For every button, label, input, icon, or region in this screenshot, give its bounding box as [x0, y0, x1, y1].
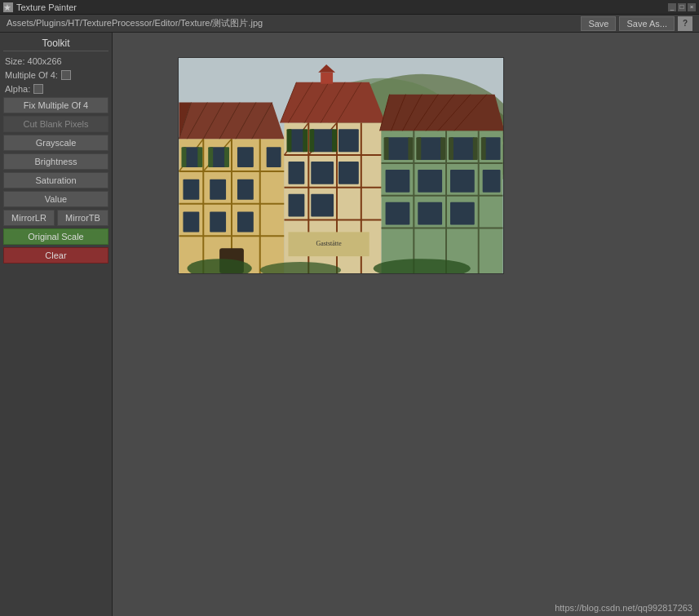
- fix-multiple-of-4-button[interactable]: Fix Multiple Of 4: [3, 97, 108, 113]
- mirror-row: MirrorLR MirrorTB: [3, 210, 108, 226]
- svg-rect-59: [311, 194, 334, 217]
- svg-rect-35: [183, 212, 199, 233]
- save-as-button[interactable]: Save As...: [619, 16, 675, 31]
- svg-rect-34: [237, 179, 254, 200]
- value-button[interactable]: Value: [3, 191, 108, 207]
- svg-rect-32: [183, 179, 199, 200]
- svg-rect-21: [197, 147, 202, 167]
- svg-rect-92: [450, 202, 475, 225]
- svg-rect-76: [418, 137, 442, 160]
- multiple-of-4-row: Multiple Of 4:: [3, 69, 108, 81]
- svg-rect-52: [303, 129, 307, 152]
- mirror-tb-button[interactable]: MirrorTB: [57, 210, 108, 226]
- size-row: Size: 400x266: [3, 55, 108, 67]
- svg-rect-87: [418, 170, 442, 193]
- svg-rect-81: [416, 137, 421, 160]
- toolkit-panel: Toolkit Size: 400x266 Multiple Of 4: Alp…: [0, 33, 113, 616]
- svg-rect-85: [481, 137, 486, 160]
- svg-rect-83: [449, 137, 453, 160]
- svg-rect-36: [210, 212, 226, 233]
- cut-blank-pixels-button[interactable]: Cut Blank Pixels: [3, 116, 108, 132]
- svg-rect-89: [483, 170, 501, 193]
- svg-rect-90: [386, 202, 410, 225]
- canvas-area: Gaststätte: [113, 33, 699, 616]
- svg-rect-55: [288, 162, 304, 184]
- svg-rect-22: [208, 147, 213, 167]
- svg-rect-18: [237, 147, 254, 167]
- svg-rect-50: [338, 129, 359, 152]
- svg-rect-49: [311, 129, 334, 152]
- toolkit-header: Toolkit: [3, 36, 108, 51]
- svg-rect-86: [386, 170, 410, 193]
- svg-rect-53: [309, 129, 314, 152]
- close-button[interactable]: ×: [688, 3, 696, 11]
- size-label: Size: 400x266: [5, 56, 62, 66]
- svg-rect-58: [288, 194, 304, 217]
- file-path: Assets/Plugins/HT/TextureProcessor/Edito…: [7, 17, 263, 29]
- svg-rect-20: [181, 147, 186, 167]
- menu-bar: Assets/Plugins/HT/TextureProcessor/Edito…: [0, 15, 699, 33]
- svg-rect-82: [440, 137, 445, 160]
- svg-rect-51: [287, 129, 292, 152]
- window-controls: _ □ ×: [668, 3, 696, 11]
- svg-rect-80: [408, 137, 413, 160]
- scene-svg: Gaststätte: [179, 58, 503, 273]
- texture-canvas: Gaststätte: [178, 57, 504, 274]
- minimize-button[interactable]: _: [668, 3, 676, 11]
- save-button[interactable]: Save: [581, 16, 616, 31]
- brightness-button[interactable]: Brightness: [3, 153, 108, 170]
- help-button[interactable]: ?: [678, 16, 692, 31]
- title-bar: ★ Texture Painter _ □ ×: [0, 0, 699, 15]
- svg-rect-79: [384, 137, 389, 160]
- svg-rect-33: [210, 179, 226, 200]
- svg-rect-23: [224, 147, 229, 167]
- url-text: https://blog.csdn.net/qq992817263: [555, 603, 692, 613]
- building-scene: Gaststätte: [178, 57, 504, 274]
- svg-rect-19: [267, 147, 281, 167]
- grayscale-button[interactable]: Grayscale: [3, 135, 108, 151]
- footer-url: https://blog.csdn.net/qq992817263: [548, 600, 699, 616]
- svg-rect-54: [332, 129, 337, 152]
- clear-button[interactable]: Clear: [3, 247, 108, 264]
- menu-actions: Save Save As... ?: [581, 16, 692, 31]
- original-scale-button[interactable]: Original Scale: [3, 228, 108, 245]
- alpha-checkbox[interactable]: [33, 84, 43, 94]
- mirror-lr-button[interactable]: MirrorLR: [3, 210, 55, 226]
- main-layout: Toolkit Size: 400x266 Multiple Of 4: Alp…: [0, 33, 699, 616]
- svg-rect-57: [338, 162, 359, 184]
- alpha-row: Alpha:: [3, 83, 108, 95]
- svg-rect-56: [311, 162, 334, 184]
- multiple-of-4-checkbox[interactable]: [61, 70, 71, 80]
- svg-rect-75: [386, 137, 410, 160]
- multiple-of-4-label: Multiple Of 4:: [5, 70, 58, 80]
- svg-rect-77: [450, 137, 475, 160]
- alpha-label: Alpha:: [5, 84, 30, 94]
- svg-marker-24: [179, 103, 285, 140]
- svg-text:Gaststätte: Gaststätte: [316, 240, 342, 247]
- svg-rect-88: [450, 170, 475, 193]
- svg-rect-91: [418, 202, 442, 225]
- app-title: Texture Painter: [16, 2, 668, 12]
- app-icon: ★: [3, 2, 13, 12]
- svg-rect-37: [237, 212, 254, 233]
- svg-rect-104: [321, 73, 333, 84]
- svg-rect-84: [473, 137, 478, 160]
- maximize-button[interactable]: □: [678, 3, 686, 11]
- saturation-button[interactable]: Saturation: [3, 172, 108, 188]
